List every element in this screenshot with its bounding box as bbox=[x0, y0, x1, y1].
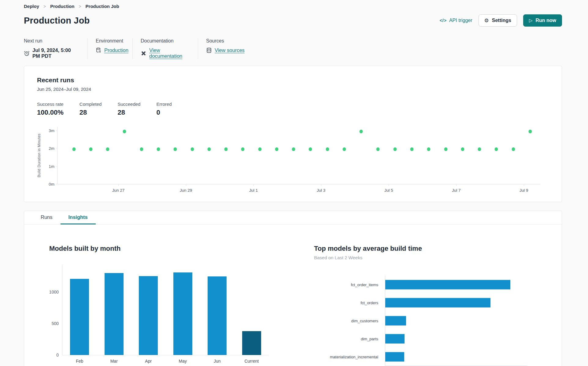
scatter-run-point[interactable] bbox=[72, 147, 76, 151]
breadcrumb-deploy[interactable]: Deploy bbox=[24, 4, 39, 9]
hbar-category-label: materialization_incremental bbox=[330, 355, 378, 359]
scatter-y-tick-mark bbox=[56, 130, 57, 131]
scatter-x-tick-label: Jul 9 bbox=[520, 188, 528, 193]
breadcrumb-production[interactable]: Production bbox=[50, 4, 74, 9]
sources-database-icon bbox=[206, 47, 212, 53]
scatter-run-point[interactable] bbox=[461, 147, 464, 151]
scatter-run-point[interactable] bbox=[123, 130, 126, 133]
stat-value: 28 bbox=[80, 109, 102, 116]
run-now-label: Run now bbox=[535, 18, 556, 23]
hbar-materialization_incremental bbox=[385, 352, 404, 361]
hbar-fct_order_items bbox=[385, 280, 510, 289]
page: Deploy > Production > Production Job Pro… bbox=[0, 0, 588, 366]
scatter-run-point[interactable] bbox=[427, 147, 431, 151]
top-models-category-labels: fct_order_itemsfct_ordersdim_customersdi… bbox=[314, 275, 381, 366]
hbar-category-label: fct_orders bbox=[361, 300, 378, 305]
environment-database-icon bbox=[96, 47, 102, 53]
top-models-plot-area: 0m10s20s30s40s bbox=[385, 275, 527, 366]
view-documentation-link[interactable]: View documentation bbox=[149, 47, 189, 59]
bar-may bbox=[173, 272, 192, 355]
scatter-y-tick-mark bbox=[56, 184, 57, 184]
stat-label: Completed bbox=[80, 102, 102, 107]
bar-x-category-label: Apr bbox=[145, 359, 152, 364]
scatter-plot-area: 0m1m2m3mJun 27Jun 29Jul 1Jul 3Jul 5Jul 7… bbox=[57, 127, 540, 184]
scatter-x-tick-mark bbox=[118, 184, 119, 186]
top-models-plot-wrap: fct_order_itemsfct_ordersdim_customersdi… bbox=[314, 275, 528, 366]
meta-sources: Sources View sources bbox=[198, 38, 253, 59]
scatter-run-point[interactable] bbox=[140, 147, 143, 151]
bar-x-category-label: Feb bbox=[76, 359, 83, 364]
environment-label: Environment bbox=[96, 38, 124, 44]
scatter-run-point[interactable] bbox=[360, 130, 363, 133]
view-sources-link[interactable]: View sources bbox=[215, 47, 245, 53]
scatter-run-point[interactable] bbox=[512, 147, 515, 151]
code-brackets-icon: </> bbox=[440, 18, 447, 23]
scatter-run-point[interactable] bbox=[89, 147, 92, 151]
scatter-run-point[interactable] bbox=[190, 147, 194, 151]
bar-y-tick-label: 500 bbox=[52, 321, 59, 326]
scatter-run-point[interactable] bbox=[241, 147, 245, 151]
job-detail-card: Runs Insights Models built by month 0500… bbox=[24, 211, 562, 366]
scatter-run-point[interactable] bbox=[376, 147, 380, 151]
bar-feb bbox=[70, 279, 89, 355]
scatter-run-point[interactable] bbox=[393, 147, 397, 151]
bar-current bbox=[242, 331, 261, 355]
bar-x-category-label: Jun bbox=[214, 359, 221, 364]
page-header: Production Job </> API trigger ⚙ Setting… bbox=[24, 14, 562, 27]
bar-x-category-label: May bbox=[179, 359, 187, 364]
bar-y-tick-label: 1000 bbox=[49, 290, 59, 294]
environment-link[interactable]: Production bbox=[104, 47, 128, 53]
scatter-run-point[interactable] bbox=[444, 147, 447, 151]
scatter-run-point[interactable] bbox=[258, 147, 261, 151]
alarm-clock-icon bbox=[24, 50, 30, 56]
tab-runs[interactable]: Runs bbox=[33, 211, 61, 224]
bar-apr bbox=[139, 276, 158, 355]
stat-value: 28 bbox=[117, 109, 140, 116]
bar-mar bbox=[105, 273, 124, 355]
scatter-x-tick-mark bbox=[321, 184, 321, 186]
settings-label: Settings bbox=[492, 18, 511, 23]
scatter-run-point[interactable] bbox=[174, 147, 177, 151]
scatter-run-point[interactable] bbox=[326, 147, 329, 151]
run-now-button[interactable]: ▷ Run now bbox=[523, 14, 562, 27]
recent-runs-date-range: Jun 25, 2024–Jul 09, 2024 bbox=[37, 87, 549, 92]
stat-value: 0 bbox=[156, 109, 172, 116]
gear-icon: ⚙ bbox=[484, 18, 489, 23]
meta-next-run: Next run Jul 9, 2024, 5:00 PM PDT bbox=[24, 38, 87, 59]
stat-label: Success rate bbox=[37, 102, 64, 107]
scatter-run-point[interactable] bbox=[224, 147, 228, 151]
bar-x-category-label: Mar bbox=[110, 359, 118, 364]
scatter-run-point[interactable] bbox=[410, 147, 413, 151]
scatter-run-point[interactable] bbox=[106, 147, 109, 151]
documentation-label: Documentation bbox=[141, 38, 189, 44]
breadcrumb-separator-icon: > bbox=[43, 4, 46, 9]
settings-button[interactable]: ⚙ Settings bbox=[479, 14, 517, 27]
models-built-plot-area: 05001000FebMarAprMayJunCurrent bbox=[62, 265, 269, 355]
breadcrumb: Deploy > Production > Production Job bbox=[24, 2, 562, 10]
scatter-y-tick-mark bbox=[56, 166, 57, 166]
api-trigger-link[interactable]: </> API trigger bbox=[440, 18, 472, 23]
scatter-run-point[interactable] bbox=[157, 147, 160, 151]
page-title: Production Job bbox=[24, 16, 90, 26]
scatter-x-tick-mark bbox=[253, 184, 254, 186]
top-models-chart-subtitle: Based on Last 2 Weeks bbox=[314, 255, 528, 260]
bar-y-tick-label: 0 bbox=[56, 353, 59, 357]
scatter-run-point[interactable] bbox=[495, 147, 498, 151]
job-meta-row: Next run Jul 9, 2024, 5:00 PM PDT Enviro… bbox=[24, 38, 562, 59]
scatter-y-axis-label: Build Duration in Minutes bbox=[37, 126, 43, 184]
tab-insights[interactable]: Insights bbox=[61, 211, 96, 224]
scatter-run-point[interactable] bbox=[292, 147, 295, 151]
scatter-run-point[interactable] bbox=[478, 147, 481, 151]
scatter-run-point[interactable] bbox=[207, 147, 211, 151]
bar-x-category-label: Current bbox=[244, 359, 259, 364]
hbar-fct_orders bbox=[385, 298, 490, 307]
scatter-run-point[interactable] bbox=[342, 147, 346, 151]
meta-environment: Environment Production bbox=[87, 38, 132, 59]
scatter-x-tick-label: Jul 3 bbox=[317, 188, 326, 193]
scatter-run-point[interactable] bbox=[275, 147, 278, 151]
scatter-x-tick-label: Jul 1 bbox=[249, 188, 258, 193]
scatter-run-point[interactable] bbox=[309, 147, 312, 151]
scatter-x-tick-mark bbox=[186, 184, 186, 186]
top-models-chart-title: Top models by average build time bbox=[314, 245, 528, 253]
scatter-run-point[interactable] bbox=[528, 130, 532, 133]
